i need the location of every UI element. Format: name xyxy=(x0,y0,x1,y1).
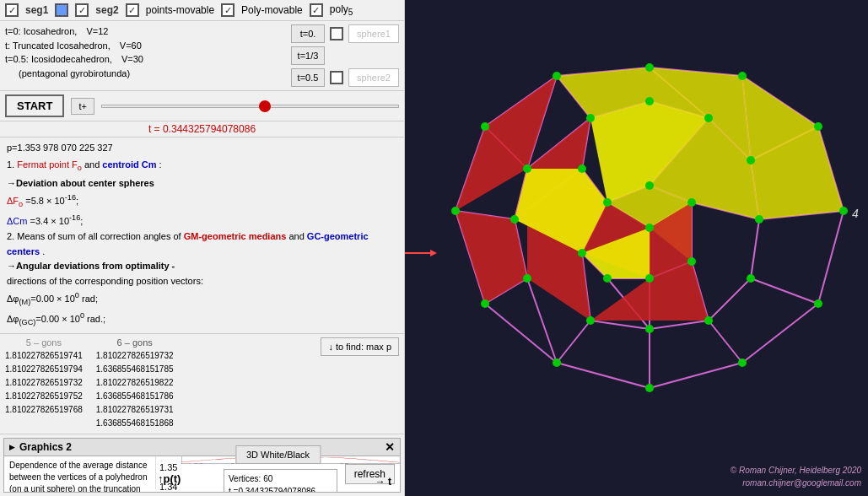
svg-point-117 xyxy=(578,249,586,257)
svg-point-111 xyxy=(603,198,612,207)
y-val-135: 1.35 xyxy=(159,462,177,472)
info-right-row1: t=0. sphere1 xyxy=(291,24,399,43)
svg-text:4: 4 xyxy=(852,207,859,220)
svg-point-110 xyxy=(578,164,586,173)
left-panel: seg1 seg2 points-movable Poly-movable po… xyxy=(0,0,405,496)
t-value-row: t = 0.344325794078086 xyxy=(0,121,404,137)
graphics-body: Dependence of the average distance betwe… xyxy=(4,456,400,489)
tooltip-box: Vertices: 60 t =0.344325794078086 p=1.35… xyxy=(224,469,337,493)
delta-cm-row: ΔCm =3.4 × 10-16; xyxy=(7,212,397,229)
t-plus-button[interactable]: t+ xyxy=(71,98,94,115)
angular-title: →Angular deviations from optimality - xyxy=(7,259,397,274)
col5: 5 – gons 1.8102278265197411.810227826519… xyxy=(5,337,83,430)
fermat-line: 1. Fermat point Fo and centroid Cm : xyxy=(7,158,397,175)
means-number: 2. Means of sum of all correction angles… xyxy=(7,231,184,241)
phi-gc: Δφ(GC)=0.00 × 100 rad.; xyxy=(7,314,105,324)
and-text2: and xyxy=(288,231,306,241)
phi-gc-row: Δφ(GC)=0.00 × 100 rad.; xyxy=(7,310,397,329)
t-value: t = 0.344325794078086 xyxy=(148,123,256,135)
svg-point-102 xyxy=(645,325,654,333)
seg2-checkbox-box xyxy=(55,3,68,17)
svg-point-107 xyxy=(704,114,713,122)
table-cols: 5 – gons 1.8102278265197411.810227826519… xyxy=(5,337,174,430)
info-right: t=0. sphere1 t=1/3 t=0.5 sphere2 xyxy=(291,24,399,87)
col6-data: 1.8102278265197321.6368554681517851.8102… xyxy=(96,349,174,430)
table-wrapper: 5 – gons 1.8102278265197411.810227826519… xyxy=(5,337,174,430)
t0-row: t=0: Icosahedron, V=12 xyxy=(5,24,284,39)
svg-point-103 xyxy=(704,316,713,325)
start-button[interactable]: START xyxy=(5,94,64,117)
svg-point-114 xyxy=(645,274,654,283)
svg-point-115 xyxy=(603,274,612,283)
delta-cm: ΔCm xyxy=(7,216,27,226)
t05-button[interactable]: t=0.5 xyxy=(291,68,325,87)
graphics-title: Graphics 2 xyxy=(19,441,72,453)
svg-point-101 xyxy=(586,316,595,325)
copyright-line2: roman.chijner@googlemail.com xyxy=(731,477,861,489)
col6-cell: 1.810227826519731 xyxy=(96,403,174,417)
graphics-toggle[interactable]: ▸ xyxy=(9,441,14,453)
sphere1-box: sphere1 xyxy=(348,24,399,43)
gm-text: GM-geometric medians xyxy=(184,231,287,241)
col5-cell: 1.810227826519794 xyxy=(5,363,83,376)
three-d-button[interactable]: 3D White/Black xyxy=(235,445,321,464)
svg-point-118 xyxy=(645,181,654,190)
poly-movable-checkbox[interactable] xyxy=(221,3,235,17)
poly5-checkbox[interactable] xyxy=(310,3,323,17)
t05-v: V=30 xyxy=(121,54,143,64)
svg-text:0.6: 0.6 xyxy=(340,463,348,464)
points-movable-checkbox[interactable] xyxy=(126,3,139,17)
seg2-checkbox[interactable] xyxy=(75,3,89,17)
y-val-134: 1.34 xyxy=(159,482,177,492)
t05-shape: Icosidodecahedron, xyxy=(31,54,112,64)
col6-header: 6 – gons xyxy=(96,337,174,348)
sphere2-checkbox[interactable] xyxy=(330,71,343,84)
seg1-checkbox[interactable] xyxy=(5,3,19,17)
sphere1-checkbox[interactable] xyxy=(330,27,343,40)
svg-point-109 xyxy=(586,114,595,122)
poly-movable-label: Poly-movable xyxy=(241,4,303,16)
t13-button[interactable]: t=1/3 xyxy=(291,46,325,65)
svg-point-106 xyxy=(747,156,755,164)
sub-label-row: (pentagonal gyrobirotunda) xyxy=(19,67,284,81)
close-graphics[interactable]: ✕ xyxy=(385,440,395,454)
svg-point-104 xyxy=(747,274,755,283)
delta-f-val: =5.8 × 10-16; xyxy=(25,196,78,206)
col5-data: 1.8102278265197411.8102278265197941.8102… xyxy=(5,349,83,417)
and-text: and xyxy=(84,159,102,170)
t0-v: V=12 xyxy=(86,26,108,36)
sphere2-box: sphere2 xyxy=(348,68,399,87)
slider-container[interactable] xyxy=(101,98,399,115)
svg-point-91 xyxy=(814,299,822,308)
right-panel: 4 © Roman Chijner, Heidelberg 2020 roman… xyxy=(405,0,868,496)
period: . xyxy=(42,246,45,256)
t-tmax-button[interactable]: t → tmax xyxy=(173,438,225,439)
col6-cell: 1.636855468151785 xyxy=(96,363,174,376)
means-line: 2. Means of sum of all correction angles… xyxy=(7,229,397,259)
poly5-label: poly5 xyxy=(330,3,353,17)
to-find-button[interactable]: ↓ to find: max p xyxy=(321,337,399,356)
col5-cell: 1.810227826519732 xyxy=(5,376,83,390)
delta-f: ΔFo xyxy=(7,196,23,206)
delta-f-row: ΔFo =5.8 × 10-16; xyxy=(7,191,397,211)
graph-area: ↑p(t) 1.35 1.34 max xyxy=(156,456,400,489)
delta-cm-val: =3.4 × 10-16; xyxy=(30,216,84,226)
controls-row: START t+ xyxy=(0,91,404,121)
polyhedron-svg: 4 xyxy=(405,0,868,496)
points-movable-label: points-movable xyxy=(146,4,214,16)
svg-point-88 xyxy=(738,72,747,80)
slider-thumb[interactable] xyxy=(259,100,271,112)
svg-point-89 xyxy=(814,122,822,131)
graphics-header: ▸ Graphics 2 ✕ xyxy=(4,439,400,456)
info-section: t=0: Icosahedron, V=12 t: Truncated Icos… xyxy=(0,21,404,91)
t-v: V=60 xyxy=(120,40,142,51)
t-row: t: Truncated Icosahedron, V=60 xyxy=(5,39,284,53)
svg-point-90 xyxy=(839,207,848,215)
slider-track xyxy=(101,105,399,108)
graphics-panel: ▸ Graphics 2 ✕ Dependence of the average… xyxy=(3,438,401,493)
phi-gm: Δφ(M)=0.00 × 100 rad; xyxy=(7,294,98,304)
t0-button[interactable]: t=0. xyxy=(291,24,325,43)
svg-point-95 xyxy=(481,299,489,308)
col5-cell: 1.810227826519752 xyxy=(5,390,83,403)
svg-point-96 xyxy=(451,207,460,215)
